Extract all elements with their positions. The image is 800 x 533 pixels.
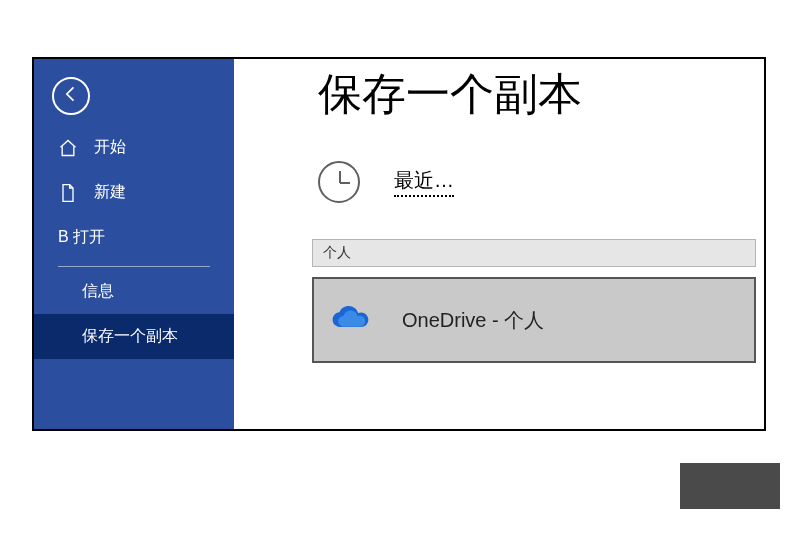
location-label: OneDrive - 个人 [402, 307, 544, 334]
section-header-personal: 个人 [312, 239, 756, 267]
sidebar-item-save-copy[interactable]: 保存一个副本 [34, 314, 234, 359]
main-panel: 保存一个副本 最近… 个人 OneDrive - 个人 [234, 59, 764, 429]
sidebar-item-label: 信息 [82, 281, 114, 302]
back-arrow-icon [61, 84, 81, 108]
recent-location[interactable]: 最近… [318, 161, 454, 203]
document-icon [58, 183, 78, 203]
home-icon [58, 138, 78, 158]
sidebar-item-label: 新建 [94, 182, 126, 203]
clock-icon [318, 161, 360, 203]
sidebar: 开始 新建 B 打开 信息 保存一个副本 [34, 59, 234, 429]
recent-label: 最近… [394, 167, 454, 197]
onedrive-icon [328, 305, 372, 335]
sidebar-item-open[interactable]: B 打开 [34, 215, 234, 260]
page-title: 保存一个副本 [318, 65, 582, 124]
location-onedrive-personal[interactable]: OneDrive - 个人 [312, 277, 756, 363]
section-header-label: 个人 [323, 244, 351, 262]
back-button[interactable] [52, 77, 90, 115]
backstage-view: 开始 新建 B 打开 信息 保存一个副本 保存一个副本 最近… [32, 57, 766, 431]
sidebar-item-info[interactable]: 信息 [34, 269, 234, 314]
sidebar-item-label: 保存一个副本 [82, 326, 178, 347]
corner-block [680, 463, 780, 509]
sidebar-item-home[interactable]: 开始 [34, 125, 234, 170]
sidebar-item-new[interactable]: 新建 [34, 170, 234, 215]
sidebar-separator [58, 266, 210, 267]
sidebar-item-label: B 打开 [58, 227, 105, 248]
sidebar-item-label: 开始 [94, 137, 126, 158]
